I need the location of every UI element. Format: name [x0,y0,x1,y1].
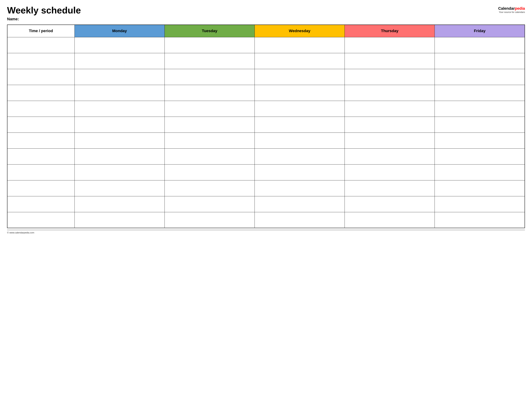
day-cell[interactable] [165,196,254,212]
table-row [7,164,525,180]
day-cell[interactable] [254,196,345,212]
col-header-tuesday: Tuesday [165,25,254,37]
time-cell[interactable] [7,164,75,180]
day-cell[interactable] [435,85,525,101]
day-cell[interactable] [254,180,345,196]
day-cell[interactable] [345,69,435,85]
day-cell[interactable] [165,149,254,164]
day-cell[interactable] [75,69,165,85]
time-cell[interactable] [7,149,75,164]
time-cell[interactable] [7,180,75,196]
day-cell[interactable] [345,101,435,117]
day-cell[interactable] [435,37,525,53]
day-cell[interactable] [75,53,165,69]
day-cell[interactable] [165,69,254,85]
time-cell[interactable] [7,69,75,85]
day-cell[interactable] [254,164,345,180]
day-cell[interactable] [435,212,525,228]
day-cell[interactable] [435,117,525,133]
day-cell[interactable] [254,149,345,164]
logo-pedia: pedia [515,6,525,11]
table-row [7,133,525,149]
day-cell[interactable] [435,164,525,180]
day-cell[interactable] [345,164,435,180]
time-cell[interactable] [7,212,75,228]
logo-area: Calendarpedia Your source for calendars [498,6,525,13]
day-cell[interactable] [75,133,165,149]
day-cell[interactable] [75,196,165,212]
day-cell[interactable] [435,53,525,69]
time-cell[interactable] [7,53,75,69]
day-cell[interactable] [165,212,254,228]
day-cell[interactable] [165,53,254,69]
day-cell[interactable] [345,117,435,133]
day-cell[interactable] [165,117,254,133]
day-cell[interactable] [75,149,165,164]
schedule-table: Time / period Monday Tuesday Wednesday T… [7,25,525,228]
table-row [7,180,525,196]
time-cell[interactable] [7,85,75,101]
day-cell[interactable] [75,164,165,180]
day-cell[interactable] [345,149,435,164]
day-cell[interactable] [75,101,165,117]
time-cell[interactable] [7,117,75,133]
day-cell[interactable] [345,196,435,212]
title-area: Weekly schedule Name: [7,5,81,21]
day-cell[interactable] [435,69,525,85]
day-cell[interactable] [254,117,345,133]
col-header-thursday: Thursday [345,25,435,37]
day-cell[interactable] [165,85,254,101]
footer-url: © www.calendarpedia.com [7,231,34,234]
day-cell[interactable] [165,164,254,180]
day-cell[interactable] [345,53,435,69]
day-cell[interactable] [165,180,254,196]
day-cell[interactable] [254,212,345,228]
day-cell[interactable] [254,37,345,53]
day-cell[interactable] [165,133,254,149]
table-row [7,37,525,53]
table-row [7,69,525,85]
table-header-row: Time / period Monday Tuesday Wednesday T… [7,25,525,37]
time-cell[interactable] [7,101,75,117]
day-cell[interactable] [254,133,345,149]
table-row [7,53,525,69]
day-cell[interactable] [75,85,165,101]
time-cell[interactable] [7,133,75,149]
day-cell[interactable] [165,101,254,117]
day-cell[interactable] [345,37,435,53]
col-header-wednesday: Wednesday [254,25,345,37]
logo-text: Calendarpedia [498,6,525,11]
page-header: Weekly schedule Name: Calendarpedia Your… [7,5,525,21]
day-cell[interactable] [345,180,435,196]
table-row [7,85,525,101]
day-cell[interactable] [254,101,345,117]
name-label: Name: [7,17,81,21]
table-row [7,117,525,133]
day-cell[interactable] [75,180,165,196]
day-cell[interactable] [165,37,254,53]
time-cell[interactable] [7,196,75,212]
day-cell[interactable] [435,133,525,149]
logo-calendar: Calendar [498,6,515,11]
col-header-monday: Monday [75,25,165,37]
day-cell[interactable] [75,37,165,53]
day-cell[interactable] [435,101,525,117]
day-cell[interactable] [435,196,525,212]
day-cell[interactable] [435,180,525,196]
day-cell[interactable] [75,212,165,228]
day-cell[interactable] [345,133,435,149]
day-cell[interactable] [254,53,345,69]
logo-tagline: Your source for calendars [499,11,525,13]
day-cell[interactable] [75,117,165,133]
page-title: Weekly schedule [7,5,81,15]
table-row [7,149,525,164]
day-cell[interactable] [254,69,345,85]
col-header-friday: Friday [435,25,525,37]
table-body [7,37,525,228]
table-row [7,212,525,228]
day-cell[interactable] [345,212,435,228]
day-cell[interactable] [435,149,525,164]
time-cell[interactable] [7,37,75,53]
day-cell[interactable] [345,85,435,101]
day-cell[interactable] [254,85,345,101]
